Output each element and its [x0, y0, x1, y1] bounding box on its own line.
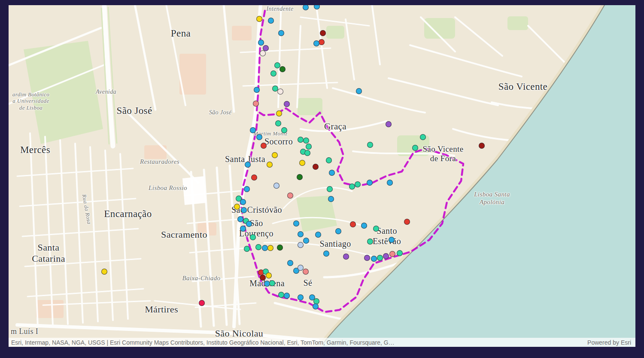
map-marker[interactable]: [297, 174, 303, 180]
map-marker[interactable]: [287, 260, 293, 266]
map-marker[interactable]: [267, 162, 273, 168]
map-marker[interactable]: [284, 101, 290, 107]
map-marker[interactable]: [315, 232, 321, 238]
map-marker[interactable]: [306, 144, 312, 150]
attribution-bar: Esri, Intermap, NASA, NGA, USGS | Esri C…: [9, 338, 635, 347]
map-marker[interactable]: [412, 145, 418, 151]
map-marker[interactable]: [287, 193, 293, 199]
map-marker[interactable]: [355, 181, 361, 187]
map-marker[interactable]: [389, 237, 395, 243]
map-marker[interactable]: [319, 39, 325, 45]
map-marker[interactable]: [268, 18, 274, 24]
powered-by-esri[interactable]: Powered by Esri: [587, 339, 631, 346]
map-marker[interactable]: [256, 134, 262, 140]
map-marker[interactable]: [298, 137, 304, 143]
map-marker[interactable]: [279, 66, 286, 72]
map-marker[interactable]: [260, 50, 266, 56]
map-marker[interactable]: [383, 253, 389, 259]
map-marker[interactable]: [258, 40, 264, 46]
map-marker[interactable]: [255, 244, 261, 250]
map-marker[interactable]: [270, 70, 276, 76]
map-marker[interactable]: [234, 204, 240, 210]
map-marker[interactable]: [323, 251, 329, 257]
map-marker[interactable]: [260, 275, 266, 281]
map-marker[interactable]: [479, 143, 485, 149]
map-marker[interactable]: [397, 250, 403, 256]
map-marker[interactable]: [371, 256, 377, 262]
map-marker[interactable]: [266, 272, 272, 278]
map-marker[interactable]: [272, 152, 278, 158]
map-marker[interactable]: [313, 40, 319, 46]
map-marker[interactable]: [303, 138, 309, 144]
map-marker[interactable]: [278, 292, 284, 298]
map-marker[interactable]: [278, 30, 284, 36]
map-marker[interactable]: [244, 246, 250, 252]
map-marker[interactable]: [269, 280, 275, 286]
map-marker[interactable]: [246, 221, 252, 227]
map-marker[interactable]: [356, 88, 362, 94]
map-marker[interactable]: [373, 226, 379, 232]
map-marker[interactable]: [267, 245, 273, 251]
map-marker[interactable]: [240, 226, 246, 232]
map-marker[interactable]: [387, 180, 393, 186]
map-marker[interactable]: [284, 293, 290, 299]
map-marker[interactable]: [241, 207, 247, 213]
map-marker[interactable]: [304, 150, 310, 156]
map-marker[interactable]: [343, 254, 349, 260]
map-marker[interactable]: [350, 221, 356, 227]
map-marker[interactable]: [377, 255, 383, 261]
map-marker[interactable]: [237, 216, 243, 222]
map-marker[interactable]: [298, 242, 304, 248]
map-marker[interactable]: [281, 127, 287, 133]
map-marker[interactable]: [335, 228, 341, 234]
map-marker[interactable]: [277, 89, 283, 95]
map-marker[interactable]: [328, 196, 334, 202]
map-marker[interactable]: [253, 101, 259, 107]
map-marker[interactable]: [367, 180, 373, 186]
map-window: IntendentePenaSão Joséardim Botânico a U…: [0, 0, 644, 358]
map-marker[interactable]: [245, 162, 251, 168]
plaza: [182, 176, 206, 205]
map-marker[interactable]: [364, 255, 370, 261]
map-marker[interactable]: [277, 245, 283, 251]
map-marker[interactable]: [313, 164, 319, 170]
map-marker[interactable]: [320, 30, 326, 36]
map-marker[interactable]: [250, 127, 256, 133]
map-marker[interactable]: [273, 183, 279, 189]
map-marker[interactable]: [367, 239, 373, 245]
map-marker[interactable]: [254, 87, 260, 93]
map-marker[interactable]: [101, 269, 107, 275]
map-marker[interactable]: [240, 199, 246, 205]
map-marker[interactable]: [404, 219, 410, 225]
map-marker[interactable]: [386, 121, 392, 127]
map-marker[interactable]: [276, 110, 282, 116]
map-marker[interactable]: [389, 251, 395, 257]
map-marker[interactable]: [420, 134, 426, 140]
map-marker[interactable]: [303, 238, 309, 244]
map-marker[interactable]: [199, 300, 205, 306]
basemap: [9, 5, 635, 347]
map-marker[interactable]: [256, 16, 262, 22]
map-marker[interactable]: [261, 143, 267, 149]
map-marker[interactable]: [262, 245, 268, 251]
map-marker[interactable]: [293, 220, 299, 226]
map-marker[interactable]: [349, 184, 355, 190]
map-marker[interactable]: [327, 186, 333, 192]
map-marker[interactable]: [244, 186, 250, 192]
map-marker[interactable]: [303, 269, 309, 275]
map-marker[interactable]: [275, 120, 281, 126]
map-marker[interactable]: [299, 160, 305, 166]
map-marker[interactable]: [251, 174, 257, 181]
map-marker[interactable]: [329, 170, 335, 176]
map-marker[interactable]: [250, 234, 256, 240]
map-marker[interactable]: [313, 303, 319, 309]
attribution-sources: Esri, Intermap, NASA, NGA, USGS | Esri C…: [11, 339, 575, 346]
map-marker[interactable]: [361, 223, 367, 229]
map-canvas[interactable]: IntendentePenaSão Joséardim Botânico a U…: [9, 5, 635, 347]
map-marker[interactable]: [367, 142, 373, 148]
map-marker[interactable]: [298, 294, 304, 300]
map-world: IntendentePenaSão Joséardim Botânico a U…: [9, 5, 635, 347]
map-marker[interactable]: [326, 157, 332, 163]
map-marker[interactable]: [298, 231, 304, 237]
